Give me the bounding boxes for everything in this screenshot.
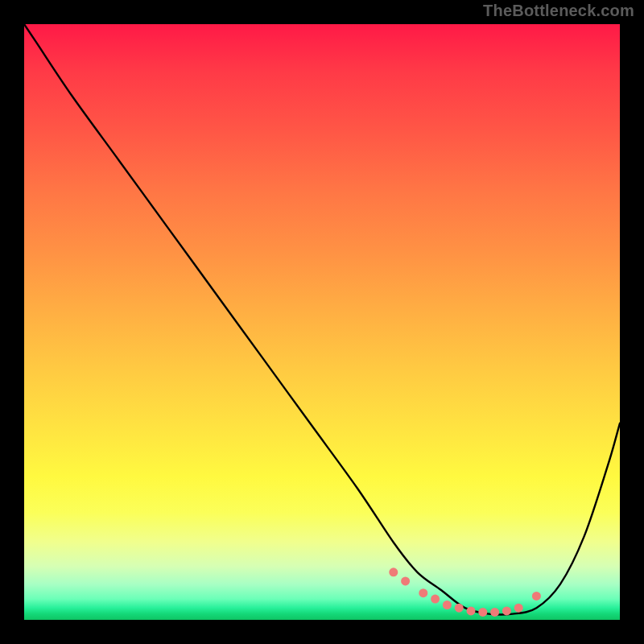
marker-dot xyxy=(401,576,410,585)
marker-dot xyxy=(478,608,487,617)
highlight-markers xyxy=(389,568,541,617)
marker-dot xyxy=(443,601,452,609)
marker-dot xyxy=(514,604,523,613)
marker-dot xyxy=(419,588,427,597)
marker-dot xyxy=(532,592,541,601)
marker-dot xyxy=(455,604,464,613)
marker-dot xyxy=(490,608,499,617)
marker-dot xyxy=(389,568,398,576)
plot-area xyxy=(24,24,620,620)
chart-svg xyxy=(24,24,620,620)
attribution-label: TheBottleneck.com xyxy=(483,2,634,20)
chart-frame: TheBottleneck.com xyxy=(0,0,644,644)
marker-dot xyxy=(467,606,476,615)
marker-dot xyxy=(431,595,440,604)
bottleneck-curve xyxy=(24,24,620,615)
marker-dot xyxy=(502,606,511,615)
